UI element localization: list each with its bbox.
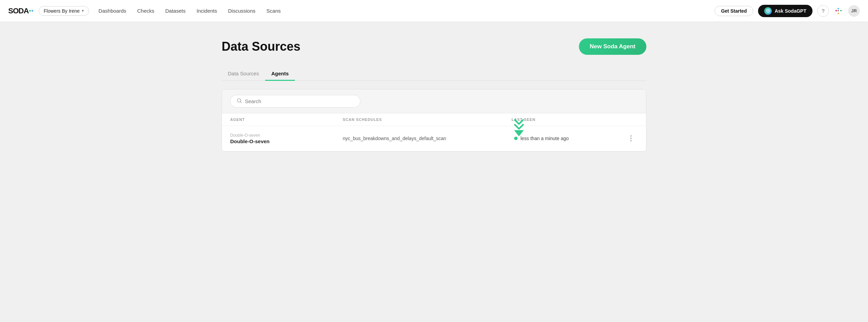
nav-scans[interactable]: Scans (266, 8, 281, 14)
help-button[interactable]: ? (817, 5, 829, 17)
svg-line-7 (240, 101, 242, 103)
search-bar (222, 89, 646, 113)
page-title: Data Sources (222, 39, 300, 54)
new-soda-agent-button[interactable]: New Soda Agent (579, 38, 647, 55)
col-last-seen: LAST SEEN (511, 117, 624, 122)
nav-incidents[interactable]: Incidents (197, 8, 217, 14)
svg-rect-1 (835, 10, 837, 11)
nav-datasets[interactable]: Datasets (165, 8, 186, 14)
table-header: AGENT SCAN SCHEDULES LAST SEEN (222, 113, 646, 126)
nav-discussions[interactable]: Discussions (228, 8, 256, 14)
agent-sublabel: Double-O-seven (230, 133, 343, 138)
logo-dots (29, 10, 33, 12)
nav-checks[interactable]: Checks (137, 8, 154, 14)
main-content: Data Sources New Soda Agent Data Sources… (194, 22, 674, 322)
logo: SODA (8, 7, 33, 15)
agent-name: Double-O-seven (230, 138, 343, 144)
ask-soda-button[interactable]: Ask SodaGPT (758, 5, 813, 17)
tab-data-sources[interactable]: Data Sources (222, 67, 265, 81)
svg-rect-5 (838, 10, 839, 11)
tab-agents[interactable]: Agents (265, 67, 295, 81)
chevron-down-icon: ▾ (82, 9, 84, 13)
nav-links: Dashboards Checks Datasets Incidents Dis… (99, 8, 715, 14)
logo-dot-green (29, 10, 31, 12)
svg-point-11 (630, 140, 632, 141)
get-started-button[interactable]: Get Started (715, 6, 753, 16)
svg-rect-4 (838, 13, 839, 14)
search-input-wrap (230, 95, 360, 108)
agent-cell: Double-O-seven Double-O-seven (230, 133, 343, 144)
annotation-arrow (513, 117, 524, 136)
ask-soda-icon (764, 7, 772, 15)
col-scan-schedules: SCAN SCHEDULES (343, 117, 512, 122)
org-selector[interactable]: Flowers By Irene ▾ (39, 6, 89, 16)
agents-card: AGENT SCAN SCHEDULES LAST SEEN Double-O-… (222, 89, 646, 152)
svg-rect-2 (838, 8, 839, 9)
col-agent: AGENT (230, 117, 343, 122)
svg-marker-8 (514, 130, 524, 136)
ask-soda-label: Ask SodaGPT (774, 8, 806, 14)
last-seen-cell: less than a minute ago (511, 136, 624, 141)
page-header: Data Sources New Soda Agent (222, 38, 646, 55)
col-actions (624, 117, 638, 122)
org-name: Flowers By Irene (44, 8, 80, 14)
svg-point-9 (630, 135, 632, 137)
logo-dot-blue (32, 10, 33, 12)
svg-rect-3 (840, 10, 842, 11)
scan-schedule: nyc_bus_breakdowns_and_delays_default_sc… (343, 136, 512, 141)
avatar[interactable]: JR (848, 5, 860, 17)
last-seen-text: less than a minute ago (520, 136, 569, 141)
question-icon: ? (822, 8, 824, 14)
svg-point-10 (630, 138, 632, 139)
search-input[interactable] (245, 98, 327, 104)
navbar: SODA Flowers By Irene ▾ Dashboards Check… (0, 0, 868, 22)
status-dot (514, 137, 518, 140)
logo-text: SODA (8, 7, 29, 15)
nav-right: Get Started Ask SodaGPT ? JR (715, 5, 860, 17)
table-row: Double-O-seven Double-O-seven nyc_bus_br… (222, 126, 646, 151)
nav-dashboards[interactable]: Dashboards (99, 8, 126, 14)
tabs-row: Data Sources Agents (222, 67, 646, 81)
search-icon (237, 98, 242, 104)
slack-button[interactable] (834, 6, 843, 16)
more-options-button[interactable] (624, 135, 638, 141)
